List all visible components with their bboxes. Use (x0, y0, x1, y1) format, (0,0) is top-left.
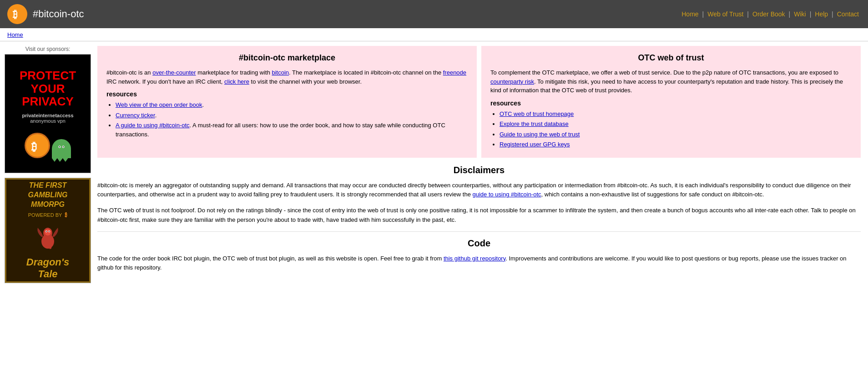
wot-guide-link[interactable]: Guide to using the web of trust (500, 131, 580, 138)
svg-point-10 (45, 229, 51, 235)
disclaimers-para2: The OTC web of trust is not foolproof. D… (97, 206, 861, 225)
list-item: Registered user GPG keys (500, 140, 852, 149)
svg-text:₿: ₿ (31, 140, 37, 152)
click-here-link[interactable]: click here (224, 78, 249, 85)
content-area: #bitcoin-otc marketplace #bitcoin-otc is… (97, 46, 868, 288)
dragon-icon (34, 223, 61, 252)
counterparty-risk-link[interactable]: counterparty risk (490, 78, 534, 85)
orderbook-link[interactable]: Web view of the open order book (116, 101, 202, 108)
sponsor-label: Visit our sponsors: (5, 46, 91, 52)
list-item: Explore the trust database (500, 120, 852, 129)
list-item: Currency ticker. (116, 111, 468, 120)
svg-rect-3 (57, 147, 66, 152)
main-wrapper: Visit our sponsors: PROTECT YOUR PRIVACY… (0, 41, 868, 292)
header: ₿ #bitcoin-otc Home | Web of Trust | Ord… (0, 0, 868, 28)
site-title: #bitcoin-otc (33, 8, 680, 20)
over-the-counter-link[interactable]: over-the-counter (152, 69, 196, 76)
pia-icons: ₿ (25, 133, 71, 158)
wot-title: OTC web of trust (490, 53, 852, 63)
bitcoin-link[interactable]: bitcoin (272, 69, 289, 76)
marketplace-desc: #bitcoin-otc is an over-the-counter mark… (106, 68, 468, 86)
ghost-icon (52, 139, 71, 158)
main-nav: Home | Web of Trust | Order Book | Wiki … (680, 10, 861, 19)
wot-resources-list: OTC web of trust homepage Explore the tr… (500, 110, 852, 149)
nav-wiki[interactable]: Wiki (792, 10, 807, 19)
divider (97, 231, 861, 232)
svg-point-13 (46, 231, 47, 232)
code-section: Code The code for the order book IRC bot… (97, 238, 861, 273)
disclaimers-title: Disclaimers (97, 165, 861, 175)
marketplace-resources-list: Web view of the open order book. Currenc… (116, 100, 468, 139)
list-item: OTC web of trust homepage (500, 110, 852, 119)
bitcoin-coin-icon: ₿ (25, 133, 50, 158)
nav-wot[interactable]: Web of Trust (706, 10, 745, 19)
dragons-name: Dragon's Tale (26, 256, 69, 280)
disclaimers-para1: #bitcoin-otc is merely an aggregator of … (97, 181, 861, 200)
pia-brand: privateinternetaccess anonymous vpn (22, 113, 73, 124)
nav-contact[interactable]: Contact (835, 10, 861, 19)
dragons-powered: POWERED BY ₿ (28, 212, 67, 218)
nav-orderbook[interactable]: Order Book (751, 10, 787, 19)
wot-gpg-link[interactable]: Registered user GPG keys (500, 141, 570, 148)
svg-point-14 (49, 231, 50, 232)
svg-point-6 (59, 146, 60, 147)
sponsor-dragons[interactable]: The First Gambling MMORPG POWERED BY ₿ (5, 178, 91, 283)
code-para: The code for the order book IRC bot plug… (97, 254, 861, 273)
list-item: A guide to using #bitcoin-otc. A must-re… (116, 121, 468, 139)
nav-help[interactable]: Help (813, 10, 830, 19)
github-link[interactable]: this github git repository (444, 255, 505, 262)
marketplace-title: #bitcoin-otc marketplace (106, 53, 468, 63)
wot-home-link[interactable]: OTC web of trust homepage (500, 110, 574, 117)
svg-text:₿: ₿ (13, 9, 17, 20)
nav-home[interactable]: Home (680, 10, 700, 19)
wot-resources-label: resources (490, 100, 852, 107)
list-item: Guide to using the web of trust (500, 130, 852, 139)
wot-box: OTC web of trust To complement the OTC m… (481, 46, 861, 158)
breadcrumb-home[interactable]: Home (7, 31, 23, 38)
marketplace-resources-label: resources (106, 90, 468, 98)
guide-link[interactable]: A guide to using #bitcoin-otc (116, 122, 190, 129)
code-title: Code (97, 238, 861, 249)
dragons-headline: The First Gambling MMORPG (28, 181, 67, 209)
ticker-link[interactable]: Currency ticker (116, 112, 155, 119)
pia-headline: PROTECT YOUR PRIVACY (20, 69, 76, 108)
sidebar: Visit our sponsors: PROTECT YOUR PRIVACY… (5, 46, 91, 288)
top-boxes: #bitcoin-otc marketplace #bitcoin-otc is… (97, 46, 861, 158)
disclaimers-section: Disclaimers #bitcoin-otc is merely an ag… (97, 165, 861, 225)
svg-point-7 (63, 146, 64, 147)
sponsor-pia[interactable]: PROTECT YOUR PRIVACY privateinternetacce… (5, 54, 91, 173)
wot-db-link[interactable]: Explore the trust database (500, 120, 569, 127)
breadcrumb: Home (0, 28, 868, 41)
marketplace-box: #bitcoin-otc marketplace #bitcoin-otc is… (97, 46, 477, 158)
freenode-link[interactable]: freenode (443, 69, 466, 76)
guide-link-disclaimer[interactable]: guide to using #bitcoin-otc (472, 191, 541, 198)
wot-desc: To complement the OTC marketplace, we of… (490, 68, 852, 95)
bitcoin-logo: ₿ (7, 4, 27, 24)
list-item: Web view of the open order book. (116, 100, 468, 110)
